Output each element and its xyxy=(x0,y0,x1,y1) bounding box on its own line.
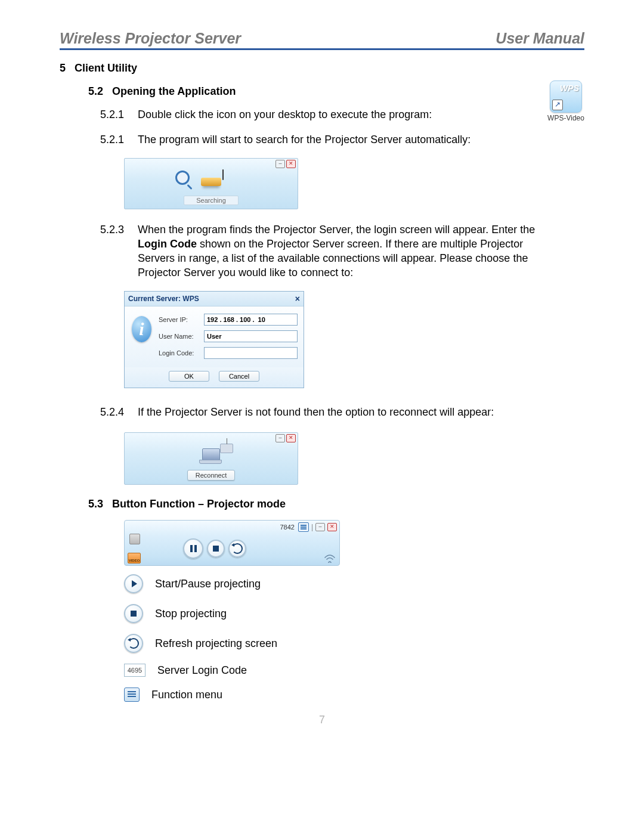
page-header: Wireless Projector Server User Manual xyxy=(60,30,584,50)
login-window-body: i Server IP: User Name: Login Code: xyxy=(125,306,304,367)
user-name-input[interactable] xyxy=(204,330,298,342)
minimize-icon[interactable]: – xyxy=(315,523,325,531)
searching-graphic xyxy=(125,168,298,196)
close-icon[interactable]: × xyxy=(295,294,300,304)
header-title-right: User Manual xyxy=(496,30,584,48)
play-button-icon xyxy=(124,574,143,593)
shortcut-arrow-icon: ↗ xyxy=(552,100,563,110)
page-number: 7 xyxy=(60,714,584,726)
login-code-input[interactable] xyxy=(204,347,298,359)
wps-video-desktop-icon: WPS ↗ WPS-Video xyxy=(547,80,584,122)
wps-text: WPS xyxy=(560,83,579,93)
step-text: Double click the icon on your desktop to… xyxy=(138,107,460,122)
subsection-title: Button Function – Projector mode xyxy=(112,498,286,510)
window-titlebar: – ✕ xyxy=(125,159,298,168)
wifi-signal-icon xyxy=(324,553,336,563)
desktop-icon-tile: WPS ↗ xyxy=(550,80,582,113)
searching-window: – ✕ Searching xyxy=(124,158,298,209)
login-code-bold: Login Code xyxy=(138,238,197,250)
legend-label: Stop projecting xyxy=(155,608,227,620)
video-mode-tab[interactable]: VIDEO xyxy=(128,553,141,563)
subsection-number: 5.3 xyxy=(88,498,103,510)
reconnect-window: – ✕ Reconnect xyxy=(124,432,298,485)
step-5-2-3: 5.2.3 When the program finds the Project… xyxy=(100,222,584,280)
user-name-row: User Name: xyxy=(159,330,298,342)
subsection-title: Opening the Application xyxy=(112,85,236,97)
header-title-left: Wireless Projector Server xyxy=(60,30,241,48)
projector-topbar: 7842 | – ✕ xyxy=(125,521,339,532)
stop-button[interactable] xyxy=(207,540,225,558)
mode-tabs: VIDEO xyxy=(129,534,140,563)
step-text: If the Projector Server is not found the… xyxy=(138,405,519,419)
access-point-icon xyxy=(220,444,233,453)
close-icon[interactable]: ✕ xyxy=(286,160,296,168)
router-icon xyxy=(201,178,221,186)
step-number: 5.2.1 xyxy=(100,132,135,147)
user-name-label: User Name: xyxy=(159,333,200,340)
section-heading-5: 5 Client Utility xyxy=(60,62,584,75)
window-titlebar: – ✕ xyxy=(125,433,298,442)
login-fields: Server IP: User Name: Login Code: xyxy=(159,314,298,364)
login-code-row: Login Code: xyxy=(159,347,298,359)
button-legend: Start/Pause projecting Stop projecting R… xyxy=(124,574,584,702)
section-title: Client Utility xyxy=(75,62,137,74)
cancel-button[interactable]: Cancel xyxy=(219,371,259,382)
subsection-number: 5.2 xyxy=(88,85,103,97)
subsection-heading-5-3: 5.3 Button Function – Projector mode xyxy=(88,498,584,510)
step-5-2-1-b: 5.2.1 The program will start to search f… xyxy=(100,132,584,147)
minimize-icon[interactable]: – xyxy=(275,160,285,168)
desktop-icon-label: WPS-Video xyxy=(547,114,584,122)
section-number: 5 xyxy=(60,62,66,74)
reconnect-button[interactable]: Reconnect xyxy=(187,470,235,481)
close-icon[interactable]: ✕ xyxy=(327,523,337,531)
projector-body: VIDEO xyxy=(125,532,339,565)
reconnect-graphic xyxy=(125,442,298,470)
step-number: 5.2.3 xyxy=(100,222,135,237)
step-5-2-4: 5.2.4 If the Projector Server is not fou… xyxy=(100,405,584,419)
login-window: Current Server: WPS × i Server IP: User … xyxy=(124,291,304,388)
login-window-buttons: OK Cancel xyxy=(125,367,304,388)
projector-mode-tab[interactable] xyxy=(129,534,140,544)
step-text-part: When the program finds the Projector Ser… xyxy=(138,224,535,236)
stop-button-icon xyxy=(124,604,143,623)
step-text: The program will start to search for the… xyxy=(138,132,519,147)
minimize-icon[interactable]: – xyxy=(275,434,285,442)
login-window-title: Current Server: WPS xyxy=(128,295,199,303)
legend-label: Refresh projecting screen xyxy=(155,637,277,650)
manual-page: Wireless Projector Server User Manual WP… xyxy=(0,0,644,750)
login-code-box-icon: 4695 xyxy=(124,664,145,677)
projector-mode-window: 7842 | – ✕ VIDEO xyxy=(124,520,340,566)
server-ip-label: Server IP: xyxy=(159,316,200,323)
legend-row-refresh: Refresh projecting screen xyxy=(124,634,584,653)
server-ip-row: Server IP: xyxy=(159,314,298,326)
step-text-part: shown on the Projector Server screen. If… xyxy=(138,238,528,279)
refresh-button-icon xyxy=(124,634,143,653)
subsection-heading-5-2: 5.2 Opening the Application xyxy=(88,85,584,98)
legend-row-play: Start/Pause projecting xyxy=(124,574,584,593)
separator: | xyxy=(311,523,313,531)
server-ip-input[interactable] xyxy=(204,314,298,326)
login-code-display: 7842 xyxy=(280,524,294,531)
login-window-titlebar: Current Server: WPS × xyxy=(125,292,304,306)
info-icon: i xyxy=(132,316,151,342)
close-icon[interactable]: ✕ xyxy=(286,434,296,442)
legend-label: Server Login Code xyxy=(157,664,247,677)
ok-button[interactable]: OK xyxy=(169,371,209,382)
refresh-button[interactable] xyxy=(228,540,246,558)
step-text: When the program finds the Projector Ser… xyxy=(138,222,555,280)
control-buttons xyxy=(183,538,246,559)
magnifier-icon xyxy=(175,171,190,185)
pause-button[interactable] xyxy=(183,538,203,559)
function-menu-icon[interactable] xyxy=(298,522,309,532)
laptop-icon xyxy=(202,448,220,464)
legend-label: Function menu xyxy=(151,689,222,701)
function-menu-icon xyxy=(124,688,140,702)
login-code-label: Login Code: xyxy=(159,349,200,357)
searching-status-label: Searching xyxy=(184,196,239,205)
legend-row-menu: Function menu xyxy=(124,688,584,702)
legend-label: Start/Pause projecting xyxy=(155,578,261,590)
step-number: 5.2.1 xyxy=(100,107,135,122)
legend-row-code: 4695 Server Login Code xyxy=(124,664,584,677)
step-number: 5.2.4 xyxy=(100,405,135,419)
step-5-2-1-a: 5.2.1 Double click the icon on your desk… xyxy=(100,107,584,122)
